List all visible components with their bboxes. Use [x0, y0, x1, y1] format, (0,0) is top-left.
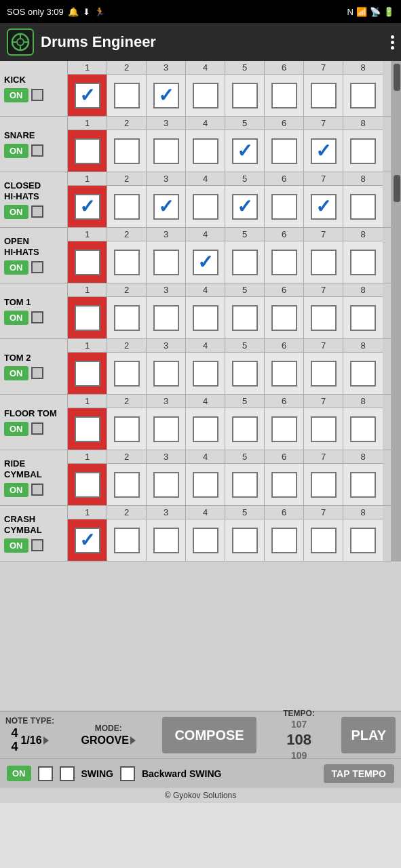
beat-checkbox-crash-cymbal-3[interactable]	[153, 528, 179, 553]
beat-checkbox-ride-cymbal-6[interactable]	[271, 472, 297, 498]
beat-checkbox-kick-8[interactable]	[350, 83, 376, 108]
small-checkbox-tom2[interactable]	[31, 367, 43, 379]
beat-checkbox-crash-cymbal-4[interactable]	[193, 528, 218, 553]
beat-checkbox-closed-hihats-5[interactable]	[232, 194, 258, 220]
on-button-crash-cymbal[interactable]: ON	[4, 538, 28, 553]
beat-checkbox-kick-5[interactable]	[232, 83, 258, 108]
beat-checkbox-floor-tom-6[interactable]	[271, 416, 297, 442]
small-checkbox-tom1[interactable]	[31, 311, 43, 323]
beat-checkbox-ride-cymbal-7[interactable]	[311, 472, 337, 498]
beat-checkbox-tom2-6[interactable]	[271, 361, 297, 387]
beat-checkbox-floor-tom-2[interactable]	[114, 416, 140, 442]
beat-checkbox-open-hihats-7[interactable]	[311, 250, 337, 275]
beat-checkbox-ride-cymbal-5[interactable]	[232, 472, 258, 498]
beat-checkbox-floor-tom-7[interactable]	[311, 416, 337, 442]
scroll-thumb-closed-hihats[interactable]	[394, 175, 400, 202]
beat-checkbox-floor-tom-3[interactable]	[153, 416, 179, 442]
beat-checkbox-tom2-3[interactable]	[153, 361, 179, 387]
beat-checkbox-snare-5[interactable]	[232, 138, 258, 164]
beat-checkbox-open-hihats-3[interactable]	[153, 250, 179, 275]
beat-checkbox-open-hihats-4[interactable]	[193, 250, 218, 275]
on-button-ride-cymbal[interactable]: ON	[4, 483, 28, 497]
beat-checkbox-open-hihats-6[interactable]	[271, 250, 297, 275]
beat-checkbox-crash-cymbal-1[interactable]	[75, 528, 100, 553]
beat-checkbox-crash-cymbal-2[interactable]	[114, 528, 140, 553]
beat-checkbox-crash-cymbal-5[interactable]	[232, 528, 258, 553]
small-checkbox-floor-tom[interactable]	[31, 422, 43, 435]
on-button-tom2[interactable]: ON	[4, 366, 28, 380]
beat-checkbox-tom2-7[interactable]	[311, 361, 337, 387]
beat-checkbox-closed-hihats-4[interactable]	[193, 194, 218, 220]
swing-checkbox[interactable]	[60, 766, 75, 781]
beat-checkbox-floor-tom-5[interactable]	[232, 416, 258, 442]
on-button-floor-tom[interactable]: ON	[4, 422, 28, 436]
play-button[interactable]: PLAY	[341, 717, 396, 753]
tap-tempo-button[interactable]: TAP TEMPO	[324, 764, 394, 783]
beat-checkbox-kick-6[interactable]	[271, 83, 297, 108]
beat-checkbox-closed-hihats-3[interactable]	[153, 194, 179, 220]
beat-checkbox-snare-7[interactable]	[311, 138, 337, 164]
beat-checkbox-kick-3[interactable]	[153, 83, 179, 108]
small-checkbox-snare[interactable]	[31, 144, 43, 157]
beat-checkbox-snare-2[interactable]	[114, 138, 140, 164]
beat-checkbox-floor-tom-1[interactable]	[75, 416, 100, 442]
beat-checkbox-closed-hihats-8[interactable]	[350, 194, 376, 220]
beat-checkbox-crash-cymbal-7[interactable]	[311, 528, 337, 553]
beat-checkbox-tom1-4[interactable]	[193, 305, 218, 331]
beat-checkbox-floor-tom-8[interactable]	[350, 416, 376, 442]
on-button-closed-hihats[interactable]: ON	[4, 205, 28, 219]
beat-checkbox-tom1-1[interactable]	[75, 305, 100, 331]
beat-checkbox-ride-cymbal-4[interactable]	[193, 472, 218, 498]
beat-checkbox-ride-cymbal-1[interactable]	[75, 472, 100, 498]
backward-swing-checkbox[interactable]	[120, 766, 135, 781]
scroll-thumb-kick[interactable]	[394, 64, 400, 91]
beat-checkbox-tom2-2[interactable]	[114, 361, 140, 387]
global-on-button[interactable]: ON	[7, 766, 31, 781]
beat-checkbox-tom2-5[interactable]	[232, 361, 258, 387]
small-checkbox-closed-hihats[interactable]	[31, 205, 43, 218]
beat-checkbox-ride-cymbal-8[interactable]	[350, 472, 376, 498]
beat-checkbox-closed-hihats-7[interactable]	[311, 194, 337, 220]
beat-checkbox-closed-hihats-6[interactable]	[271, 194, 297, 220]
beat-checkbox-snare-6[interactable]	[271, 138, 297, 164]
beat-checkbox-kick-2[interactable]	[114, 83, 140, 108]
beat-checkbox-open-hihats-2[interactable]	[114, 250, 140, 275]
beat-checkbox-closed-hihats-2[interactable]	[114, 194, 140, 220]
beat-checkbox-tom1-7[interactable]	[311, 305, 337, 331]
beat-checkbox-tom2-1[interactable]	[75, 361, 100, 387]
beat-checkbox-snare-1[interactable]	[75, 138, 100, 164]
small-checkbox-ride-cymbal[interactable]	[31, 484, 43, 496]
compose-button[interactable]: COMPOSE	[162, 717, 256, 753]
small-checkbox-crash-cymbal[interactable]	[31, 539, 43, 551]
beat-checkbox-tom2-8[interactable]	[350, 361, 376, 387]
mode-dropdown-button[interactable]	[130, 736, 136, 745]
beat-checkbox-tom1-5[interactable]	[232, 305, 258, 331]
beat-checkbox-ride-cymbal-2[interactable]	[114, 472, 140, 498]
on-button-open-hihats[interactable]: ON	[4, 260, 28, 275]
beat-checkbox-open-hihats-5[interactable]	[232, 250, 258, 275]
global-checkbox[interactable]	[38, 766, 53, 781]
on-button-snare[interactable]: ON	[4, 144, 28, 158]
beat-checkbox-open-hihats-1[interactable]	[75, 250, 100, 275]
beat-checkbox-snare-8[interactable]	[350, 138, 376, 164]
beat-checkbox-snare-4[interactable]	[193, 138, 218, 164]
beat-checkbox-closed-hihats-1[interactable]	[75, 194, 100, 220]
beat-checkbox-tom2-4[interactable]	[193, 361, 218, 387]
small-checkbox-kick[interactable]	[31, 89, 43, 101]
beat-checkbox-floor-tom-4[interactable]	[193, 416, 218, 442]
on-button-kick[interactable]: ON	[4, 88, 28, 102]
beat-checkbox-tom1-8[interactable]	[350, 305, 376, 331]
beat-checkbox-kick-1[interactable]	[75, 83, 100, 108]
beat-checkbox-tom1-3[interactable]	[153, 305, 179, 331]
note-dropdown-button[interactable]	[43, 736, 49, 745]
small-checkbox-open-hihats[interactable]	[31, 261, 43, 273]
beat-checkbox-tom1-6[interactable]	[271, 305, 297, 331]
beat-checkbox-crash-cymbal-8[interactable]	[350, 528, 376, 553]
beat-checkbox-kick-4[interactable]	[193, 83, 218, 108]
tempo-scroll[interactable]: 107 108 109	[286, 718, 311, 762]
beat-checkbox-snare-3[interactable]	[153, 138, 179, 164]
beat-checkbox-kick-7[interactable]	[311, 83, 337, 108]
beat-checkbox-tom1-2[interactable]	[114, 305, 140, 331]
toolbar-menu-button[interactable]	[391, 35, 394, 50]
on-button-tom1[interactable]: ON	[4, 311, 28, 325]
